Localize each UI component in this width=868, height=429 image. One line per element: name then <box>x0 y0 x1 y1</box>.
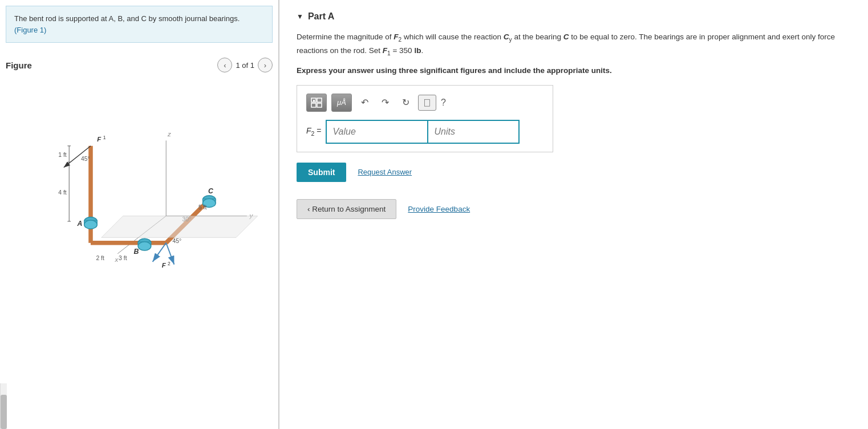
right-panel: ▼ Part A Determine the magnitude of F2 w… <box>279 0 868 429</box>
svg-rect-49 <box>317 103 322 107</box>
undo-button[interactable]: ↶ <box>356 95 372 111</box>
svg-text:4 ft: 4 ft <box>58 189 67 196</box>
svg-text:A: A <box>76 220 82 228</box>
svg-rect-48 <box>311 103 316 107</box>
svg-text:1 ft: 1 ft <box>58 152 67 158</box>
part-header: ▼ Part A <box>297 11 851 22</box>
return-section: ‹ Return to Assignment Provide Feedback <box>297 199 851 219</box>
svg-text:x: x <box>115 256 119 263</box>
svg-text:1: 1 <box>103 135 106 140</box>
svg-rect-50 <box>313 100 315 102</box>
figure-container: y x z <box>0 76 278 383</box>
return-to-assignment-button[interactable]: ‹ Return to Assignment <box>297 199 396 219</box>
units-input[interactable] <box>428 120 520 144</box>
collapse-icon[interactable]: ▼ <box>297 13 303 21</box>
figure-title: Figure <box>6 60 217 70</box>
problem-text: The bent rod is supported at A, B, and C… <box>14 14 240 23</box>
redo-button[interactable]: ↷ <box>377 95 393 111</box>
action-row: Submit Request Answer <box>297 163 851 182</box>
cy-symbol: C <box>504 33 509 41</box>
format-button[interactable] <box>306 94 327 112</box>
keyboard-button[interactable]: ⎕ <box>418 95 436 111</box>
problem-description: Determine the magnitude of F2 which will… <box>297 31 851 58</box>
svg-text:5 ft: 5 ft <box>198 204 207 211</box>
svg-text:2: 2 <box>168 261 171 266</box>
f2-subscript: 2 <box>311 130 315 137</box>
svg-text:z: z <box>167 131 171 137</box>
svg-point-16 <box>138 242 151 250</box>
page-indicator: 1 of 1 <box>236 61 254 70</box>
help-button[interactable]: ? <box>441 98 446 108</box>
unit-lb: lb <box>414 46 421 55</box>
submit-button[interactable]: Submit <box>297 163 346 182</box>
value-input[interactable] <box>326 120 428 144</box>
figure-svg: y x z <box>6 76 273 270</box>
problem-statement-box: The bent rod is supported at A, B, and C… <box>6 6 273 43</box>
figure-nav: ‹ 1 of 1 › <box>217 58 273 72</box>
f2-italic: F <box>306 126 311 135</box>
svg-marker-45 <box>102 216 258 238</box>
instruction-text: Express your answer using three signific… <box>297 66 851 75</box>
toolbar: μÅ ↶ ↷ ↻ ⎕ ? <box>306 94 543 112</box>
figure-scrollbar[interactable] <box>0 383 7 429</box>
svg-text:C: C <box>208 187 213 195</box>
mu-label: μÅ <box>337 98 346 107</box>
mu-button[interactable]: μÅ <box>331 94 352 112</box>
svg-point-13 <box>84 220 98 229</box>
f2-symbol: F <box>394 33 398 41</box>
input-row: F2 = <box>306 120 543 144</box>
left-panel: The bent rod is supported at A, B, and C… <box>0 0 279 429</box>
svg-text:3 ft: 3 ft <box>119 255 127 261</box>
c-symbol: C <box>563 33 569 41</box>
provide-feedback-button[interactable]: Provide Feedback <box>408 205 470 213</box>
next-figure-button[interactable]: › <box>258 58 273 72</box>
figure-image: y x z <box>6 76 273 270</box>
request-answer-button[interactable]: Request Answer <box>358 168 412 176</box>
svg-text:2 ft: 2 ft <box>96 255 104 261</box>
f2-label: F2 = <box>306 126 321 137</box>
svg-text:F: F <box>162 262 167 269</box>
figure-link[interactable]: (Figure 1) <box>14 26 46 34</box>
svg-text:45°: 45° <box>173 238 182 244</box>
svg-text:45°: 45° <box>81 156 90 162</box>
scrollbar-thumb[interactable] <box>1 395 7 429</box>
answer-box: μÅ ↶ ↷ ↻ ⎕ ? F2 = <box>297 85 553 152</box>
f1-symbol: F <box>383 46 387 55</box>
refresh-button[interactable]: ↻ <box>398 95 413 111</box>
svg-rect-47 <box>317 98 322 102</box>
part-title: Part A <box>308 11 335 22</box>
svg-text:B: B <box>134 248 139 256</box>
svg-text:F: F <box>97 136 102 143</box>
prev-figure-button[interactable]: ‹ <box>217 58 232 72</box>
figure-header: Figure ‹ 1 of 1 › <box>0 54 278 76</box>
